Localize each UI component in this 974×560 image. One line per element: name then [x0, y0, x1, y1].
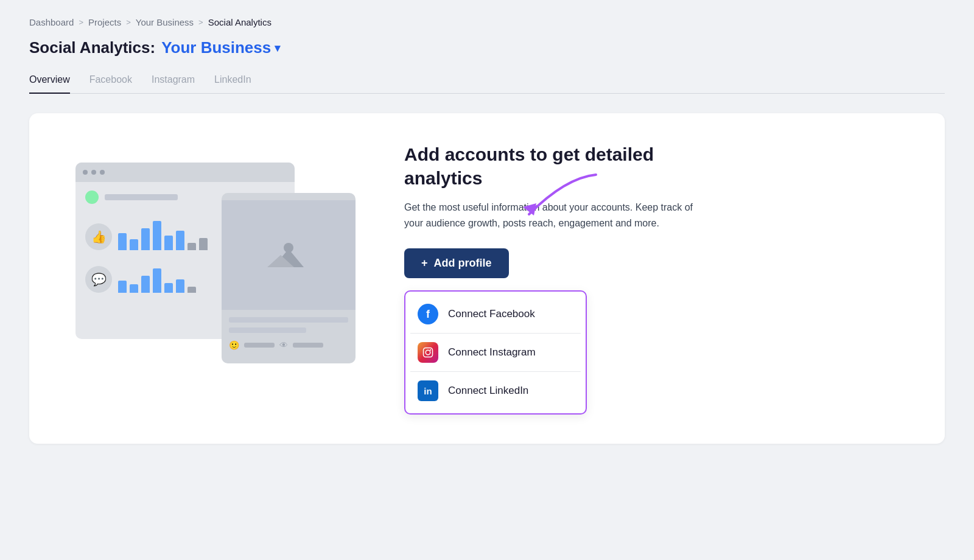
bar-4 — [153, 221, 161, 250]
plus-icon: + — [421, 257, 428, 270]
bar-3 — [141, 228, 150, 250]
main-card: 👍 💬 — [29, 113, 945, 444]
page-title-row: Social Analytics: Your Business ▾ — [29, 38, 945, 57]
cbar-3 — [141, 276, 150, 293]
bar-1 — [118, 233, 127, 250]
post-bar-2 — [229, 327, 306, 333]
bar-chart-comments — [118, 256, 196, 293]
business-name: Your Business — [161, 38, 271, 57]
cbar-4 — [153, 268, 161, 293]
header-bar — [105, 194, 178, 200]
breadcrumb-projects[interactable]: Projects — [88, 17, 121, 27]
breadcrumb-dashboard[interactable]: Dashboard — [29, 17, 74, 27]
add-profile-label: Add profile — [434, 257, 492, 270]
illustration: 👍 💬 — [63, 144, 356, 412]
breadcrumb-sep-2: > — [126, 18, 131, 27]
browser-dot-3 — [100, 170, 105, 175]
cbar-5 — [164, 283, 173, 293]
post-footer-bar-2 — [293, 343, 323, 348]
breadcrumb-business[interactable]: Your Business — [136, 17, 194, 27]
post-bottom — [222, 310, 356, 340]
mountain-svg — [267, 237, 310, 273]
post-footer-bar-1 — [244, 343, 275, 348]
emoji-icon: 🙂 — [229, 340, 239, 350]
tab-instagram[interactable]: Instagram — [152, 74, 195, 94]
connect-linkedin-item[interactable]: in Connect LinkedIn — [405, 372, 586, 410]
svg-point-5 — [426, 351, 430, 355]
breadcrumb-current: Social Analytics — [208, 17, 272, 27]
cbar-1 — [118, 281, 127, 293]
right-content: Add accounts to get detailed analytics G… — [404, 142, 911, 415]
cbar-2 — [130, 284, 138, 293]
connect-facebook-label: Connect Facebook — [448, 308, 535, 320]
bar-5 — [164, 236, 173, 250]
post-bar-1 — [229, 317, 348, 323]
like-icon-circle: 👍 — [85, 223, 112, 250]
breadcrumb-sep-3: > — [198, 18, 203, 27]
tab-linkedin[interactable]: LinkedIn — [214, 74, 251, 94]
bar-chart-likes — [118, 214, 208, 250]
green-circle — [85, 191, 99, 204]
post-image-area — [222, 200, 356, 310]
add-profile-button[interactable]: + Add profile — [404, 248, 509, 278]
connect-linkedin-label: Connect LinkedIn — [448, 385, 528, 397]
post-footer-row: 🙂 👁 — [222, 340, 356, 356]
comment-icon-circle: 💬 — [85, 266, 112, 293]
bar-8 — [199, 238, 208, 250]
tab-overview[interactable]: Overview — [29, 74, 70, 94]
svg-rect-4 — [424, 348, 433, 357]
bar-2 — [130, 239, 138, 250]
browser-titlebar — [75, 163, 295, 182]
bar-7 — [187, 243, 196, 250]
eye-icon: 👁 — [279, 340, 288, 350]
svg-point-6 — [430, 349, 431, 351]
business-selector[interactable]: Your Business ▾ — [161, 38, 280, 57]
dropdown-menu: f Connect Facebook Connect Instagram — [404, 290, 587, 415]
linkedin-icon: in — [418, 380, 438, 401]
connect-instagram-item[interactable]: Connect Instagram — [405, 334, 586, 371]
browser-dot-2 — [91, 170, 96, 175]
bar-6 — [176, 231, 184, 250]
page-title-label: Social Analytics: — [29, 38, 155, 57]
cbar-7 — [187, 287, 196, 293]
connect-instagram-label: Connect Instagram — [448, 346, 536, 359]
page-wrapper: Dashboard > Projects > Your Business > S… — [0, 0, 974, 560]
browser-dot-1 — [83, 170, 88, 175]
post-overlay: 🙂 👁 — [222, 193, 356, 363]
tab-facebook[interactable]: Facebook — [89, 74, 132, 94]
breadcrumb: Dashboard > Projects > Your Business > S… — [29, 17, 945, 27]
connect-facebook-item[interactable]: f Connect Facebook — [405, 295, 586, 333]
facebook-icon: f — [418, 304, 438, 324]
instagram-icon — [418, 342, 438, 363]
chevron-down-icon: ▾ — [275, 41, 280, 55]
cbar-6 — [176, 279, 184, 293]
breadcrumb-sep-1: > — [79, 18, 83, 27]
purple-arrow — [517, 172, 602, 226]
tab-bar: Overview Facebook Instagram LinkedIn — [29, 74, 945, 94]
